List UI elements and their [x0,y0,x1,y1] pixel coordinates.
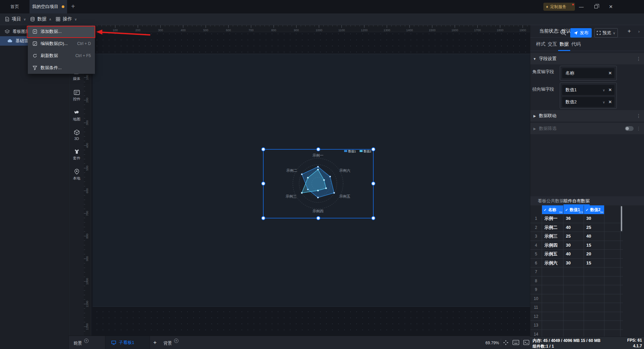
panel-tab-2[interactable]: 交互 [548,38,557,51]
column-header-1[interactable]: ✓名称Str [542,205,563,214]
kebab-menu-icon[interactable]: ⋮ [636,113,641,118]
publish-button[interactable]: 发布 [570,28,592,38]
table-row[interactable]: 14 [530,330,623,337]
remove-field-icon[interactable]: ✕ [608,71,612,76]
tab-home[interactable]: 首页 [0,0,30,13]
panel-tab-4[interactable]: 代码 [571,38,581,51]
table-row[interactable]: 8 [530,277,623,286]
design-canvas[interactable]: 示例一示例二示例三示例四示例五示例六数值1数值2 [91,32,530,336]
legend-entry: 数值1 [348,150,356,153]
radar-axis-label: 示例四 [313,209,324,213]
table-tab-2[interactable]: 组件自有数据 [564,196,590,205]
fit-screen-icon[interactable] [503,340,508,345]
table-row[interactable]: 6示例六3015 [530,259,623,268]
selection-handle[interactable] [262,216,265,220]
sub-board-tab-label: 子看板1 [119,340,134,346]
add-background-button[interactable]: + [174,339,178,343]
close-button[interactable]: ✕ [605,0,616,13]
toolbar-item-3[interactable]: 地图 [69,109,84,122]
section-field-settings[interactable]: ▼ 字段设置 ⋮ [530,53,644,64]
table-scrollbar[interactable] [621,206,622,231]
selection-handle[interactable] [317,216,320,220]
add-board-button[interactable]: + [153,339,157,346]
selection-handle[interactable] [262,182,265,185]
restore-button[interactable] [590,0,602,13]
section-data-linkage[interactable]: ▶ 数据联动 ⋮ [530,110,644,121]
menu-actions[interactable]: 操作 ∨ [52,13,80,25]
table-row[interactable]: 3示例三2540 [530,232,623,241]
panel-tab-1[interactable]: 样式 [536,38,545,51]
minimize-button[interactable]: — [576,0,587,13]
table-row[interactable]: 12 [530,312,623,321]
keyboard-icon[interactable] [513,340,519,345]
remove-field-icon[interactable]: ✕ [608,100,612,104]
menu-item-3[interactable]: 刷新数据Ctrl + F5 [28,50,95,62]
toolbar-icon [73,148,80,155]
check-icon: ✓ [565,208,568,212]
radial-field-value-2[interactable]: 数值2 ∨ ✕ [562,97,614,107]
panel-tab-3[interactable]: 数据 [559,38,569,51]
preview-button[interactable]: 预览 ∨ [594,28,618,38]
unsaved-dot-icon [62,5,64,8]
table-row[interactable]: 7 [530,267,623,277]
section-data-filter[interactable]: ▶ 数据筛选 ⋮ [530,123,644,134]
chevron-down-icon[interactable]: ∨ [603,100,605,104]
remove-field-icon[interactable]: ✕ [608,88,612,92]
table-row[interactable]: 11 [530,303,623,312]
table-row[interactable]: 13 [530,321,623,330]
add-state-button[interactable]: + [628,28,631,35]
panel-tabs: 样式交互数据代码 [530,38,644,51]
search-icon[interactable] [559,29,567,36]
toolbar-item-6[interactable]: 本地 [69,168,84,181]
column-header-2[interactable]: ✓数值1123 [563,205,584,214]
data-table-tabs: 看板公共数据组件自有数据 [530,196,644,205]
sub-board-tab[interactable]: 子看板1 [105,336,150,349]
selection-handle[interactable] [372,182,375,185]
filter-toggle[interactable] [625,126,634,131]
table-row[interactable]: 1示例一3630 [530,214,623,223]
column-header-3[interactable]: ✓数值2Str [584,205,604,214]
add-foreground-button[interactable]: + [84,339,89,343]
table-row[interactable]: 2示例二4025 [530,223,623,232]
chevron-right-icon[interactable]: › [638,29,640,34]
zoom-level[interactable]: 69.79% [485,341,499,345]
toolbar-item-2[interactable]: 控件 [69,89,84,102]
toolbar-item-4[interactable]: 3D [69,129,84,141]
table-row[interactable]: 4示例四3015 [530,241,623,250]
menu-item-4[interactable]: 数据条件... [28,62,95,74]
menu-item-label: 编辑数据(D)... [41,41,68,47]
radar-axis-label: 示例五 [339,194,351,198]
kebab-menu-icon[interactable]: ⋮ [636,56,641,61]
toolbar-item-5[interactable]: 套件 [69,148,84,161]
fps-status: FPS: 61 [627,338,642,343]
tab-project[interactable]: 我的空白项目 [30,0,67,13]
angle-field-value[interactable]: 名称 ✕ [562,68,614,78]
custom-service-badge[interactable]: ♦ 定制服务 [543,3,575,11]
menu-item-shortcut: Ctrl + D [77,41,91,46]
grid-icon [56,17,60,21]
chevron-down-icon[interactable]: ∨ [603,88,605,92]
selection-handle[interactable] [372,216,375,220]
svg-text:500: 500 [203,29,208,32]
new-tab-button[interactable]: + [71,3,75,10]
svg-text:500: 500 [86,165,89,170]
menu-data[interactable]: 数据 ∧ [27,13,55,25]
table-row[interactable]: 5示例五4020 [530,250,623,259]
menu-project[interactable]: 项目 ∨ [1,13,29,25]
table-tab-1[interactable]: 看板公共数据 [538,196,564,205]
restore-icon [594,5,598,8]
selection-handle[interactable] [262,148,265,151]
kebab-menu-icon[interactable]: ⋮ [636,126,641,131]
radial-field-value-1[interactable]: 数值1 ∨ ✕ [562,85,614,95]
selection-handle[interactable] [317,148,320,151]
paper-plane-icon [574,31,578,35]
table-row[interactable]: 10 [530,294,623,303]
menu-item-2[interactable]: 编辑数据(D)...Ctrl + D [28,38,95,50]
triangle-right-icon: ▶ [530,114,539,118]
radar-chart-component[interactable]: 示例一示例二示例三示例四示例五示例六数值1数值2 [258,144,376,221]
filter-data-icon [33,65,37,70]
selection-handle[interactable] [372,148,375,151]
foreground-label: 前景 [73,340,82,346]
terminal-icon[interactable] [523,340,529,345]
table-row[interactable]: 9 [530,285,623,294]
